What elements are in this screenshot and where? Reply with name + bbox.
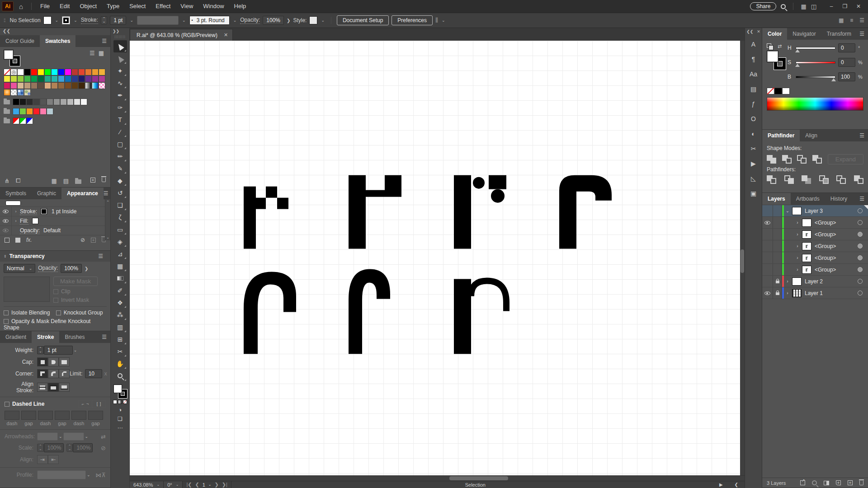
layer-thumbnail[interactable] <box>802 254 811 262</box>
scale-end-value[interactable]: 100% <box>73 443 93 452</box>
brightness-value[interactable]: 100 <box>838 72 855 81</box>
opacity-label[interactable]: Opacity: <box>240 17 260 24</box>
swatch[interactable] <box>99 69 105 75</box>
character-panel-icon[interactable]: A <box>747 38 760 51</box>
slice-tool[interactable]: ✂ <box>113 345 127 357</box>
screen-mode-icon[interactable]: ❏ <box>118 416 123 422</box>
gradient-button[interactable] <box>118 400 122 404</box>
character-styles-panel-icon[interactable]: Aa <box>747 67 760 81</box>
stroke-tab-brushes[interactable]: Brushes <box>59 331 90 343</box>
blend-mode-dropdown[interactable]: Normal⌄ <box>4 264 35 273</box>
extend-arrow-button[interactable]: ⇥ <box>37 455 48 464</box>
target-circle[interactable] <box>858 255 863 260</box>
expand-chevron-icon[interactable]: › <box>794 267 801 272</box>
swatch[interactable] <box>31 82 38 89</box>
chevron-down-icon[interactable]: ⌄ <box>232 18 238 23</box>
panel-menu-icon[interactable]: ☰ <box>859 28 868 40</box>
pen-tool[interactable]: ✒ <box>113 89 127 101</box>
swatch[interactable] <box>13 117 19 124</box>
delete-swatch-icon[interactable] <box>102 178 106 182</box>
draw-mode-icon[interactable]: ◑ <box>118 407 122 413</box>
layer-row[interactable]: ›Layer 2 <box>762 276 868 287</box>
expand-chevron-icon[interactable]: › <box>794 220 801 225</box>
layer-lock-toggle[interactable] <box>773 252 782 263</box>
last-artboard-icon[interactable]: ❯| <box>222 482 227 488</box>
gradient-tool[interactable] <box>113 272 127 284</box>
intersect-button[interactable] <box>797 155 805 164</box>
rectangle-tool[interactable]: ▢ <box>113 138 127 150</box>
chevron-down-icon[interactable]: ⌄ <box>181 18 187 23</box>
swatch[interactable] <box>40 108 47 115</box>
make-mask-button[interactable]: Make Mask <box>53 277 98 286</box>
chevron-down-icon[interactable]: ⌄ <box>320 18 326 23</box>
preserve-dash-button[interactable]: ⌐ ¬ <box>79 400 92 408</box>
swatch-kinds-icon[interactable]: ▦ <box>51 178 57 184</box>
bevel-join-button[interactable] <box>59 369 70 378</box>
swatch[interactable] <box>4 69 10 75</box>
appearance-tab-appearance[interactable]: Appearance <box>61 188 104 199</box>
layer-name[interactable]: Layer 1 <box>805 290 858 296</box>
swatch[interactable] <box>51 82 58 89</box>
transparency-opacity-label[interactable]: Opacity: <box>38 265 58 272</box>
expand-chevron-icon[interactable]: › <box>784 291 791 296</box>
swatch[interactable] <box>10 89 17 96</box>
stroke-color-swatch[interactable] <box>62 16 70 24</box>
zoom-tool[interactable] <box>113 370 127 382</box>
add-new-fill-icon[interactable] <box>15 238 20 243</box>
swatch[interactable] <box>4 82 10 89</box>
dash-value-input[interactable] <box>5 411 19 420</box>
selection-tool[interactable] <box>113 40 127 52</box>
blend-tool[interactable]: ❖ <box>113 296 127 309</box>
swatch[interactable] <box>17 69 24 75</box>
zoom-level-dropdown[interactable]: 643.08% ⌄ <box>130 481 164 488</box>
swatch-options-icon[interactable]: ▤ <box>63 178 69 184</box>
panel-menu-icon[interactable]: ☰ <box>859 130 868 141</box>
limit-value[interactable]: 10 <box>85 369 102 378</box>
restore-button[interactable]: ❐ <box>838 0 852 13</box>
flip-across-icon[interactable]: ⊼ <box>101 472 106 479</box>
expand-icon[interactable]: › <box>12 209 20 214</box>
swatch[interactable] <box>99 82 105 89</box>
swatch[interactable] <box>38 69 44 75</box>
swatch[interactable] <box>26 117 33 124</box>
swatch[interactable] <box>58 69 65 75</box>
swatch[interactable] <box>51 69 58 75</box>
merge-button[interactable] <box>802 175 811 184</box>
actions-panel-icon[interactable]: ▶ <box>747 157 760 170</box>
menu-help[interactable]: Help <box>229 3 251 9</box>
panel-menu-icon[interactable]: ☰ <box>98 250 107 262</box>
appearance-tab-graphic-styles[interactable]: Graphic Styles <box>32 188 61 199</box>
layer-row[interactable]: ›<Group> <box>762 252 868 264</box>
controlbar-icon[interactable]: ☰ <box>859 17 864 23</box>
weight-stepper[interactable]: ⌃⌄ <box>37 346 44 354</box>
divide-button[interactable] <box>767 175 777 184</box>
controlbar-icon[interactable]: ≡ <box>850 17 853 23</box>
more-tools-icon[interactable]: ⋯ <box>118 425 123 431</box>
menu-window[interactable]: Window <box>198 3 229 9</box>
panel-menu-icon[interactable]: ☰ <box>102 35 110 47</box>
layer-lock-toggle[interactable] <box>773 264 782 275</box>
artboard-tool[interactable]: ⊞ <box>113 333 127 345</box>
minimize-button[interactable]: – <box>825 0 838 13</box>
swatch[interactable] <box>92 75 99 82</box>
swatch[interactable] <box>74 99 80 105</box>
white-swatch[interactable] <box>782 88 790 94</box>
swatch[interactable] <box>78 69 85 75</box>
swatch[interactable] <box>65 69 71 75</box>
next-artboard-icon[interactable]: ❯ <box>215 482 219 488</box>
swatch[interactable] <box>44 82 51 89</box>
locate-object-icon[interactable] <box>812 480 817 485</box>
menu-file[interactable]: File <box>35 3 55 9</box>
width-profile-dropdown[interactable] <box>37 470 86 479</box>
layer-name[interactable]: <Group> <box>815 267 858 273</box>
layer-thumbnail[interactable] <box>802 266 811 274</box>
target-circle[interactable] <box>858 220 863 225</box>
swatch[interactable] <box>24 69 31 75</box>
make-clipping-mask-icon[interactable] <box>824 481 829 485</box>
vertical-scrollbar[interactable] <box>740 41 745 475</box>
chevron-down-icon[interactable]: ⌄ <box>54 18 60 23</box>
layer-thumbnail[interactable] <box>802 230 811 239</box>
none-button[interactable] <box>123 400 127 404</box>
visibility-toggle[interactable] <box>0 216 12 225</box>
layer-visibility-toggle[interactable] <box>762 217 773 228</box>
